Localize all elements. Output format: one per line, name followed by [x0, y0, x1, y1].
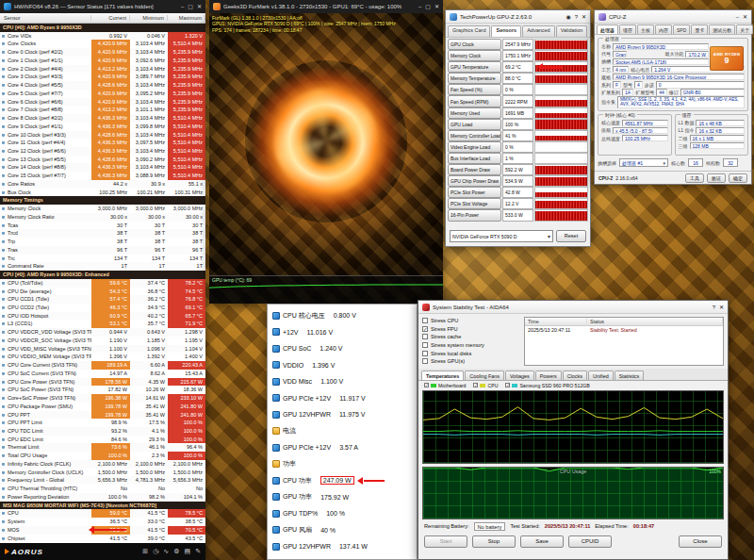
sensor-row[interactable]: CPU Thermal Throttling (HTC)NoNoNo: [0, 485, 205, 493]
sensor-item-row[interactable]: CPU 核心电压0.800 V: [268, 307, 417, 324]
pin-icon[interactable]: ✎: [195, 548, 201, 555]
ok-button[interactable]: 确定: [729, 173, 747, 183]
sensor-row[interactable]: Core 7 Clock (perf #8/8)4,413.2 MHz3,101…: [0, 106, 205, 114]
sensor-row[interactable]: Command Rate1T1T1T: [0, 262, 205, 271]
sensor-row[interactable]: Power Reporting Deviation100.0 %98.2 %10…: [0, 493, 205, 502]
close-button[interactable]: ✕: [197, 3, 202, 10]
status-row[interactable]: 2025/5/13 20:47:11Stability Test: Starte…: [525, 326, 723, 335]
sensor-row[interactable]: Core+SoC Power (SVI3 TFN)196.38 W14.61 W…: [0, 394, 205, 403]
sensor-row[interactable]: CPU SoC Current (SVI3 TFN)14.97 A8.62 A1…: [0, 370, 205, 378]
sensor-row[interactable]: Core 15 Clock (perf #7/7)4,436.3 MHz3,08…: [0, 172, 205, 180]
sensor-label[interactable]: Memory Clock: [448, 50, 501, 61]
sensor-item-row[interactable]: +12V11.016 V: [268, 324, 417, 341]
sensor-row[interactable]: CPU CCD1 (Tdie)57.4 °C36.2 °C76.8 °C: [0, 295, 205, 304]
tab-validation[interactable]: Validation: [556, 25, 588, 37]
legend-checkbox[interactable]: ✓: [424, 383, 429, 387]
sensor-row[interactable]: Core 11 Clock (perf #4/4)4,436.3 MHz3,09…: [0, 139, 205, 147]
sensor-label[interactable]: PCIe Slot Power: [448, 187, 501, 198]
sensor-row[interactable]: Tras96 T96 T96 T: [0, 246, 205, 255]
sensor-item-row[interactable]: GPU 功率175.92 W: [268, 489, 417, 506]
sensor-row[interactable]: CPU (Tctl/Tdie)59.6 °C37.4 °C78.2 °C: [0, 279, 205, 288]
sensor-row[interactable]: CPU Core Power (SVI3 TFN)178.56 W4.35 W2…: [0, 378, 205, 387]
tab-关于[interactable]: 关于: [736, 25, 753, 34]
sensor-row[interactable]: Thermal Limit73.6 %46.1 %96.4 %: [0, 443, 205, 452]
tab-unified[interactable]: Unified: [588, 371, 614, 380]
stress-option-stress-cpu[interactable]: Stress CPU: [422, 317, 520, 325]
sensor-group-row[interactable]: 功率: [268, 456, 417, 473]
sensor-row[interactable]: Memory Controller Clock (UCLK)1,500.0 MH…: [0, 469, 205, 477]
furmark-titlebar[interactable]: Geeks3D FurMark v1.38.1.0 - 2730x1530 - …: [209, 0, 443, 13]
tab-内存[interactable]: 内存: [655, 25, 672, 34]
panel-icon[interactable]: ▤: [185, 548, 191, 555]
sensor-label[interactable]: Memory Temperature: [448, 73, 501, 84]
close-button[interactable]: ✕: [743, 13, 747, 21]
sensor-label[interactable]: Memory Used: [448, 107, 501, 119]
sensor-item-row[interactable]: GPU 12VHPWR11.975 V: [268, 406, 417, 423]
sensor-label[interactable]: GPU Chip Power Draw: [448, 175, 501, 187]
graph-icon[interactable]: ∿: [163, 548, 169, 555]
sensor-label[interactable]: Fan Speed (RPM): [448, 95, 501, 107]
aida64-titlebar[interactable]: System Stability Test - AIDA64 ?✕: [418, 301, 728, 314]
sensor-item-row[interactable]: GPU TDP%100 %: [268, 505, 417, 522]
clock-icon[interactable]: ◷: [153, 548, 158, 555]
stress-option-stress-system-memory[interactable]: Stress system memory: [422, 341, 520, 350]
tab-voltages[interactable]: Voltages: [505, 371, 534, 380]
tab-sensors[interactable]: Sensors: [491, 25, 521, 37]
help-button[interactable]: ?: [713, 304, 715, 311]
sensor-item-row[interactable]: GPU PCIe +12V11.917 V: [268, 390, 417, 407]
sensor-row[interactable]: Core 12 Clock (perf #6/6)4,436.3 MHz3,10…: [0, 147, 205, 156]
sensor-row[interactable]: Core 5 Clock (perf #7/7)4,420.9 MHz3,095…: [0, 90, 205, 98]
cpuz-titlebar[interactable]: CPU-Z –✕: [595, 10, 751, 24]
sensor-row[interactable]: Core 10 Clock (perf #3/3)4,428.6 MHz3,10…: [0, 131, 205, 140]
min-button[interactable]: –: [181, 3, 184, 10]
sensor-label[interactable]: Bus Interface Load: [448, 153, 501, 164]
sensor-row[interactable]: Core 2 Clock (perf #4/4)4,413.2 MHz3,103…: [0, 65, 205, 74]
stress-option-stress-fpu[interactable]: ✓Stress FPU: [422, 325, 520, 334]
tab-处理器[interactable]: 处理器: [597, 25, 618, 34]
tab-powers[interactable]: Powers: [535, 371, 562, 380]
min-button[interactable]: –: [418, 3, 421, 10]
sensor-row[interactable]: CPU VDDIO_MEM Voltage (SVI3 TFN)1.396 V1…: [0, 353, 205, 361]
checkbox[interactable]: [422, 351, 428, 356]
sensor-label[interactable]: Video Engine Load: [448, 141, 501, 153]
sensor-row[interactable]: Core 9 Clock (perf #1/1)4,436.3 MHz3,099…: [0, 123, 205, 131]
socket-select-dropdown[interactable]: 处理器 #1: [619, 158, 668, 167]
sensor-row[interactable]: CPU VDDCR_VDD Voltage (SVI3 TFN)0.944 V0…: [0, 328, 205, 337]
sensor-item-row[interactable]: GPU PCIe +12V3.57 A: [268, 439, 417, 456]
sensor-row[interactable]: CPU CCD2 (Tdie)46.3 °C34.9 °C69.1 °C: [0, 304, 205, 312]
sensor-row[interactable]: Core Ratios44.2 x30.9 x55.1 x: [0, 180, 205, 189]
sensor-row[interactable]: Core 1 Clock (perf #1/1)4,420.9 MHz3,092…: [0, 57, 205, 65]
tab-statistics[interactable]: Statistics: [615, 371, 645, 380]
close-button[interactable]: Close: [679, 535, 722, 548]
save-button[interactable]: Save: [520, 535, 564, 548]
close-button[interactable]: ✕: [719, 304, 724, 311]
sensor-row[interactable]: Total CPU Usage100.0 %2.3 %100.0 %: [0, 452, 205, 460]
sensor-row[interactable]: Tcas30 T30 T30 T: [0, 222, 205, 230]
sensor-row[interactable]: CPU Package Power (SMU)199.78 W35.41 W24…: [0, 403, 205, 411]
checkbox[interactable]: [422, 334, 428, 339]
stress-option-stress-local-disks[interactable]: Stress local disks: [422, 349, 520, 357]
tab-显卡[interactable]: 显卡: [691, 25, 708, 34]
close-button[interactable]: ✕: [434, 3, 439, 10]
sensor-row[interactable]: CPU PPT199.78 W35.41 W241.80 W: [0, 411, 205, 420]
tab-缓存[interactable]: 缓存: [619, 25, 636, 34]
gpuz-titlebar[interactable]: TechPowerUp GPU-Z 2.63.0 ◉?✕: [446, 10, 590, 24]
sensor-row[interactable]: Core 8 Clock (perf #2/2)4,436.3 MHz3,103…: [0, 114, 205, 123]
cpuid-button[interactable]: CPUID: [568, 535, 612, 548]
checkbox[interactable]: ✓: [422, 326, 428, 332]
sensor-row[interactable]: CPU Die (average)54.3 °C36.8 °C74.5 °C: [0, 288, 205, 296]
sensor-label[interactable]: Memory Controller Load: [448, 130, 501, 141]
sensor-row[interactable]: Core 6 Clock (perf #6/6)4,420.9 MHz3,103…: [0, 98, 205, 107]
sensor-row[interactable]: Chipset41.5 °C39.0 °C43.5 °C: [0, 535, 205, 543]
tab-spd[interactable]: SPD: [673, 25, 690, 34]
sensor-row[interactable]: Core VIDs0.992 V0.046 V1.320 V: [0, 32, 205, 41]
legend-item-cpu[interactable]: ✓CPU: [473, 383, 498, 388]
max-button[interactable]: ▢: [425, 3, 431, 10]
sensor-label[interactable]: Board Power Draw: [448, 164, 501, 175]
column-header-sensor[interactable]: Sensor: [0, 15, 91, 21]
legend-checkbox[interactable]: ✓: [473, 383, 478, 387]
tab-cooling-fans[interactable]: Cooling Fans: [465, 371, 504, 380]
tab-测试分数[interactable]: 测试分数: [709, 25, 735, 34]
sensor-row[interactable]: Memory Clock3,000.0 MHz3,000.0 MHz3,000.…: [0, 205, 205, 213]
legend-checkbox[interactable]: ✓: [505, 383, 510, 387]
